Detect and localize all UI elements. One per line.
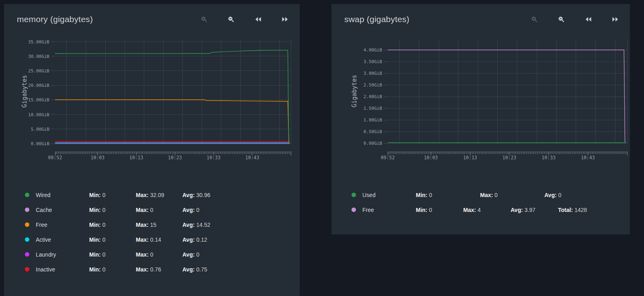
swap-panel-title: swap (gigabytes) xyxy=(344,14,409,24)
legend-stat-min: Min: 0 xyxy=(89,207,136,213)
y-tick-label: 4.00GiB xyxy=(364,47,382,53)
legend-stat-max: Max: 4 xyxy=(463,207,511,213)
series-name-label: Inactive xyxy=(36,266,89,273)
series-name-label: Wired xyxy=(36,192,89,198)
legend-stat-min: Min: 0 xyxy=(89,251,136,258)
zoom-in-icon[interactable] xyxy=(531,16,538,23)
y-axis-title: Gigabytes xyxy=(21,75,28,107)
x-tick-label: 10:13 xyxy=(129,155,143,160)
series-color-dot xyxy=(25,193,29,197)
y-tick-label: 25.00GiB xyxy=(28,68,49,74)
series-color-dot xyxy=(25,222,29,227)
legend-stat-max: Max: 32.09 xyxy=(136,192,182,198)
scroll-backward-icon[interactable] xyxy=(585,16,592,23)
legend-stat-avg: Avg: 0.75 xyxy=(182,266,229,273)
y-tick-label: 0.50GiB xyxy=(364,129,382,134)
memory-chart-panel: memory (gigabytes) 35.00GiB30.00GiB25.00… xyxy=(4,4,300,296)
legend-row-inactive[interactable]: InactiveMin: 0Max: 0.76Avg: 0.75 xyxy=(4,262,300,277)
legend-row-active[interactable]: ActiveMin: 0Max: 0.14Avg: 0.12 xyxy=(4,232,300,247)
x-tick-label: 10:03 xyxy=(424,155,438,160)
x-tick-label: 10:33 xyxy=(206,155,221,160)
series-name-label: Used xyxy=(362,192,416,198)
x-tick-label: 10:43 xyxy=(581,155,595,160)
y-tick-label: 20.00GiB xyxy=(28,83,49,88)
swap-panel-header: swap (gigabytes) xyxy=(331,4,630,26)
series-name-label: Free xyxy=(36,222,89,228)
legend-stat-min: Min: 0 xyxy=(89,236,136,243)
legend-stat-avg: Avg: 0 xyxy=(544,192,609,198)
x-tick-label: 10:33 xyxy=(542,155,556,160)
y-tick-label: 3.00GiB xyxy=(364,71,382,76)
legend-stat-min: Min: 0 xyxy=(416,207,463,213)
legend-row-free[interactable]: FreeMin: 0Max: 15Avg: 14.52 xyxy=(4,217,300,232)
scroll-backward-icon[interactable] xyxy=(255,16,262,23)
legend-stat-max: Max: 0 xyxy=(136,207,182,213)
series-line-free xyxy=(388,50,625,142)
x-tick-label: 10:23 xyxy=(503,155,517,160)
series-name-label: Active xyxy=(36,236,89,243)
legend-row-used[interactable]: UsedMin: 0Max: 0Avg: 0 xyxy=(331,187,630,202)
y-tick-label: 15.00GiB xyxy=(28,97,49,103)
legend-stat-max: Max: 15 xyxy=(136,222,182,228)
memory-chart-legend: WiredMin: 0Max: 32.09Avg: 30.96CacheMin:… xyxy=(4,187,300,277)
legend-stat-max: Max: 0 xyxy=(480,192,544,198)
legend-row-wired[interactable]: WiredMin: 0Max: 32.09Avg: 30.96 xyxy=(4,187,300,202)
series-name-label: Laundry xyxy=(36,251,89,258)
zoom-out-icon[interactable] xyxy=(558,16,565,23)
legend-stat-avg: Avg: 0 xyxy=(182,207,229,213)
legend-stat-avg: Avg: 14.52 xyxy=(182,222,229,228)
series-line-free xyxy=(55,100,289,143)
series-color-dot xyxy=(352,208,356,212)
y-tick-label: 2.50GiB xyxy=(364,82,382,88)
swap-chart-panel: swap (gigabytes) 4.00GiB3.50GiB3.00GiB2.… xyxy=(331,4,630,234)
y-tick-label: 0.00GiB xyxy=(364,141,382,146)
legend-stat-total: Total: 1428 xyxy=(558,207,605,213)
swap-line-chart[interactable]: 4.00GiB3.50GiB3.00GiB2.50GiB2.00GiB1.50G… xyxy=(331,36,630,165)
y-tick-label: 35.00GiB xyxy=(28,39,49,45)
series-color-dot xyxy=(25,208,29,212)
series-name-label: Free xyxy=(362,207,416,213)
y-tick-label: 0.00GiB xyxy=(31,141,50,146)
swap-chart-legend: UsedMin: 0Max: 0Avg: 0FreeMin: 0Max: 4Av… xyxy=(331,187,630,217)
legend-stat-max: Max: 0.14 xyxy=(136,236,182,243)
series-color-dot xyxy=(25,267,29,271)
legend-stat-avg: Avg: 0 xyxy=(182,251,229,258)
legend-stat-min: Min: 0 xyxy=(89,222,136,228)
legend-row-cache[interactable]: CacheMin: 0Max: 0Avg: 0 xyxy=(4,202,300,217)
y-axis-title: Gigabytes xyxy=(351,75,358,107)
memory-panel-header: memory (gigabytes) xyxy=(4,4,300,26)
zoom-in-icon[interactable] xyxy=(201,16,208,23)
memory-line-chart[interactable]: 35.00GiB30.00GiB25.00GiB20.00GiB15.00GiB… xyxy=(4,36,300,165)
legend-stat-avg: Avg: 30.96 xyxy=(182,192,229,198)
legend-stat-min: Min: 0 xyxy=(89,192,136,198)
swap-chart-toolbar xyxy=(531,16,619,23)
x-tick-label: 10:13 xyxy=(463,155,477,160)
memory-chart-toolbar xyxy=(201,16,288,23)
memory-panel-title: memory (gigabytes) xyxy=(17,14,93,24)
legend-stat-max: Max: 0.76 xyxy=(136,266,182,273)
y-tick-label: 2.00GiB xyxy=(364,94,382,99)
x-tick-label: 09:52 xyxy=(381,155,395,160)
scroll-forward-icon[interactable] xyxy=(612,16,619,23)
y-tick-label: 5.00GiB xyxy=(31,127,50,132)
legend-row-laundry[interactable]: LaundryMin: 0Max: 0Avg: 0 xyxy=(4,247,300,262)
x-tick-label: 10:43 xyxy=(245,155,259,160)
legend-row-free[interactable]: FreeMin: 0Max: 4Avg: 3.97Total: 1428 xyxy=(331,202,630,217)
y-tick-label: 10.00GiB xyxy=(28,112,49,117)
x-tick-label: 09:52 xyxy=(48,155,62,160)
y-tick-label: 3.50GiB xyxy=(364,59,382,64)
series-name-label: Cache xyxy=(36,207,89,213)
legend-stat-min: Min: 0 xyxy=(416,192,480,198)
y-tick-label: 30.00GiB xyxy=(28,54,49,59)
zoom-out-icon[interactable] xyxy=(228,16,235,23)
legend-stat-min: Min: 0 xyxy=(89,266,136,273)
series-color-dot xyxy=(25,252,29,257)
scroll-forward-icon[interactable] xyxy=(282,16,288,23)
x-tick-label: 10:03 xyxy=(91,155,105,160)
series-color-dot xyxy=(352,193,356,197)
x-tick-label: 10:23 xyxy=(168,155,182,160)
legend-stat-max: Max: 0 xyxy=(136,251,182,258)
legend-stat-avg: Avg: 0.12 xyxy=(182,236,229,243)
series-color-dot xyxy=(25,237,29,242)
legend-stat-avg: Avg: 3.97 xyxy=(511,207,558,213)
